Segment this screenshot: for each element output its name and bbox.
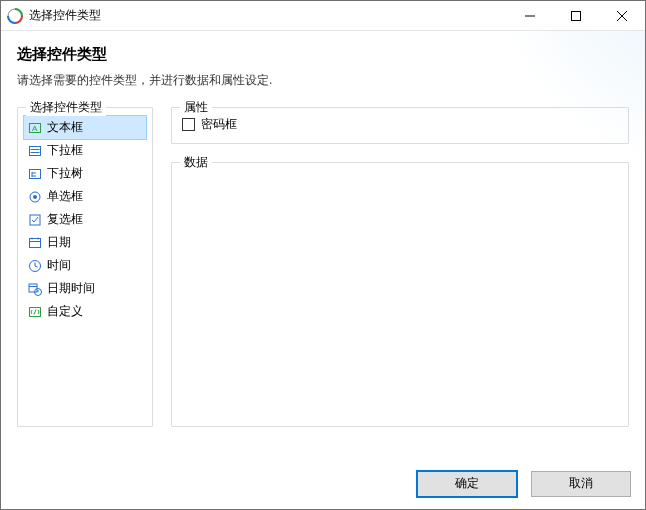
svg-rect-24 [29,284,37,292]
control-type-item-label: 下拉树 [47,165,83,182]
close-button[interactable] [599,1,645,30]
svg-rect-17 [30,238,41,247]
svg-line-29 [31,310,32,312]
control-type-item[interactable]: 下拉框 [24,139,146,162]
control-type-item-label: 日期 [47,234,71,251]
check-icon [28,213,42,227]
password-checkbox[interactable]: 密码框 [182,116,618,133]
date-icon [28,236,42,250]
password-checkbox-label: 密码框 [201,116,237,133]
svg-line-23 [35,266,38,267]
control-type-list: A文本框下拉框下拉树单选框复选框日期时间日期时间自定义 [24,116,146,323]
attributes-group: 属性 密码框 [171,107,629,144]
svg-line-33 [34,309,36,314]
dialog-window: 选择控件类型 选择控件类型 请选择需要的控件类型，并进行数据和属性设定. 选择控… [0,0,646,510]
svg-text:A: A [32,124,38,133]
svg-rect-10 [30,169,41,178]
data-group: 数据 [171,162,629,427]
window-controls [507,1,645,30]
control-type-item[interactable]: 下拉树 [24,162,146,185]
minimize-button[interactable] [507,1,553,30]
svg-line-31 [38,310,39,312]
footer: 确定 取消 [1,463,645,509]
control-type-item-label: 复选框 [47,211,83,228]
control-type-item[interactable]: 单选框 [24,185,146,208]
cancel-button[interactable]: 取消 [531,471,631,497]
attributes-legend: 属性 [180,99,212,116]
control-type-item[interactable]: 日期时间 [24,277,146,300]
svg-point-15 [33,195,37,199]
titlebar: 选择控件类型 [1,1,645,31]
body-row: 选择控件类型 A文本框下拉框下拉树单选框复选框日期时间日期时间自定义 属性 密码… [17,107,629,427]
checkbox-box-icon [182,118,195,131]
svg-line-30 [31,312,32,314]
ok-button[interactable]: 确定 [417,471,517,497]
control-type-item[interactable]: 复选框 [24,208,146,231]
right-column: 属性 密码框 数据 [171,107,629,427]
svg-rect-2 [572,11,581,20]
control-type-item[interactable]: 自定义 [24,300,146,323]
control-type-item-label: 日期时间 [47,280,95,297]
maximize-button[interactable] [553,1,599,30]
radio-icon [28,190,42,204]
control-type-item-label: 单选框 [47,188,83,205]
control-type-group: 选择控件类型 A文本框下拉框下拉树单选框复选框日期时间日期时间自定义 [17,107,153,427]
control-type-item[interactable]: 日期 [24,231,146,254]
control-type-item-label: 下拉框 [47,142,83,159]
custom-icon [28,305,42,319]
textbox-icon: A [28,121,42,135]
window-title: 选择控件类型 [29,7,101,24]
control-type-item-label: 文本框 [47,119,83,136]
page-heading: 选择控件类型 [17,45,629,64]
control-type-item[interactable]: 时间 [24,254,146,277]
datetime-icon [28,282,42,296]
data-legend: 数据 [180,154,212,171]
svg-line-32 [38,312,39,314]
control-type-item-label: 时间 [47,257,71,274]
page-subheading: 请选择需要的控件类型，并进行数据和属性设定. [17,72,629,89]
control-type-item-label: 自定义 [47,303,83,320]
time-icon [28,259,42,273]
control-type-legend: 选择控件类型 [26,99,106,116]
tree-icon [28,167,42,181]
svg-rect-7 [30,146,41,155]
dropdown-icon [28,144,42,158]
control-type-item[interactable]: A文本框 [24,116,146,139]
content-area: 选择控件类型 请选择需要的控件类型，并进行数据和属性设定. 选择控件类型 A文本… [1,31,645,463]
app-icon [7,8,23,24]
